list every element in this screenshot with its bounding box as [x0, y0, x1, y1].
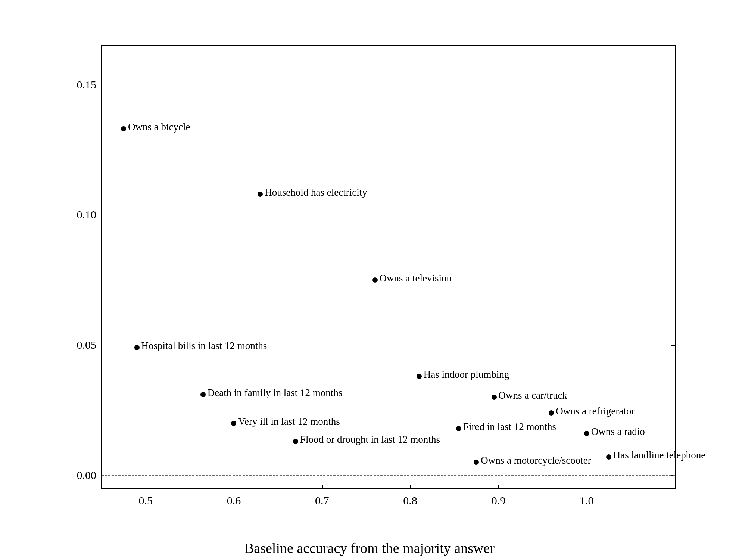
data-point: [492, 395, 497, 400]
x-axis-label: Baseline accuracy from the majority answ…: [244, 540, 495, 556]
x-tick-line: [587, 485, 587, 488]
x-tick-line: [234, 485, 234, 488]
x-tick-line: [498, 485, 499, 488]
y-tick-label: 0.10: [77, 208, 102, 221]
y-tick-line: [671, 85, 675, 85]
x-tick-label: 0.5: [138, 494, 153, 507]
data-label: Death in family in last 12 months: [208, 387, 342, 398]
data-label: Owns a car/truck: [499, 389, 567, 401]
data-label: Has indoor plumbing: [424, 369, 509, 380]
data-label: Fired in last 12 months: [463, 421, 556, 432]
data-point: [417, 374, 422, 379]
chart-container: Improvement in accuracy from call record…: [0, 0, 739, 560]
x-tick-label: 0.8: [403, 494, 417, 507]
y-tick-label: 0.15: [77, 78, 102, 91]
zero-line: [102, 475, 675, 476]
data-label: Flood or drought in last 12 months: [300, 434, 440, 445]
data-point: [372, 277, 378, 283]
x-tick-line: [322, 485, 323, 488]
data-point: [231, 421, 236, 426]
data-label: Hospital bills in last 12 months: [141, 340, 267, 352]
data-point: [474, 460, 479, 465]
data-point: [584, 431, 589, 436]
data-label: Owns a refrigerator: [556, 405, 634, 417]
x-tick-label: 1.0: [580, 494, 594, 507]
x-tick-label: 0.6: [227, 494, 241, 507]
data-point: [293, 439, 298, 444]
data-label: Owns a radio: [591, 426, 645, 438]
x-tick-label: 0.7: [315, 494, 329, 507]
data-label: Household has electricity: [265, 186, 367, 198]
data-point: [200, 392, 206, 397]
y-tick-line: [671, 345, 675, 346]
data-point: [121, 126, 126, 131]
data-point: [134, 345, 140, 350]
chart-wrapper: Improvement in accuracy from call record…: [52, 30, 687, 530]
x-tick-line: [410, 485, 411, 488]
data-point: [456, 426, 461, 431]
data-label: Very ill in last 12 months: [238, 416, 340, 427]
x-tick-label: 0.9: [492, 494, 506, 507]
y-tick-label: 0.05: [77, 339, 102, 351]
data-point: [606, 454, 611, 460]
y-tick-line: [671, 215, 675, 215]
data-point: [549, 410, 554, 416]
data-label: Owns a television: [380, 272, 452, 284]
plot-area: 0.000.050.100.150.50.60.70.80.91.0Owns a…: [101, 45, 676, 489]
x-tick-line: [146, 485, 146, 488]
data-label: Owns a bicycle: [128, 121, 190, 133]
data-label: Has landline telephone: [613, 449, 705, 461]
data-label: Owns a motorcycle/scooter: [481, 455, 591, 466]
data-point: [258, 192, 263, 197]
y-tick-label: 0.00: [77, 469, 102, 482]
